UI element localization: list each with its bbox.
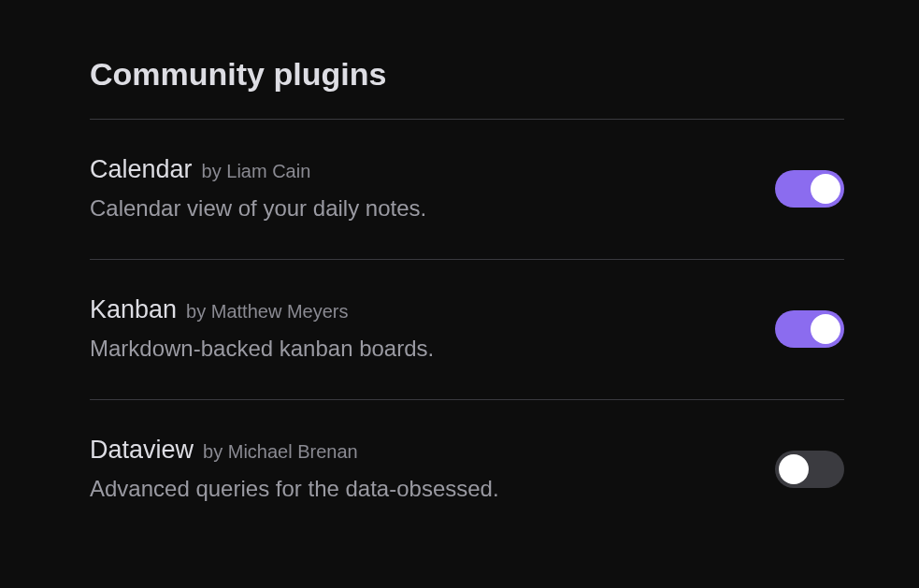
- plugin-row-dataview: Dataview by Michael Brenan Advanced quer…: [90, 400, 844, 502]
- plugin-author: by Michael Brenan: [203, 441, 358, 463]
- plugin-name: Calendar: [90, 155, 193, 184]
- plugin-toggle-dataview[interactable]: [775, 451, 844, 488]
- plugin-header: Kanban by Matthew Meyers: [90, 295, 775, 324]
- plugin-description: Advanced queries for the data-obsessed.: [90, 476, 775, 502]
- plugin-row-kanban: Kanban by Matthew Meyers Markdown-backed…: [90, 260, 844, 399]
- plugin-author: by Liam Cain: [202, 161, 311, 182]
- plugin-info: Dataview by Michael Brenan Advanced quer…: [90, 436, 775, 502]
- toggle-knob: [779, 454, 809, 484]
- plugin-info: Kanban by Matthew Meyers Markdown-backed…: [90, 295, 775, 362]
- plugin-info: Calendar by Liam Cain Calendar view of y…: [90, 155, 775, 222]
- plugin-toggle-kanban[interactable]: [775, 310, 844, 348]
- toggle-knob: [811, 174, 840, 204]
- plugin-author: by Matthew Meyers: [186, 301, 348, 323]
- plugin-description: Markdown-backed kanban boards.: [90, 336, 775, 362]
- plugin-header: Calendar by Liam Cain: [90, 155, 775, 184]
- page-title: Community plugins: [90, 56, 844, 93]
- plugin-row-calendar: Calendar by Liam Cain Calendar view of y…: [90, 120, 844, 259]
- community-plugins-panel: Community plugins Calendar by Liam Cain …: [0, 0, 919, 502]
- plugin-name: Dataview: [90, 436, 194, 465]
- toggle-knob: [811, 314, 840, 344]
- plugin-name: Kanban: [90, 295, 177, 324]
- plugin-toggle-calendar[interactable]: [775, 170, 844, 208]
- plugin-description: Calendar view of your daily notes.: [90, 195, 775, 222]
- plugin-header: Dataview by Michael Brenan: [90, 436, 775, 465]
